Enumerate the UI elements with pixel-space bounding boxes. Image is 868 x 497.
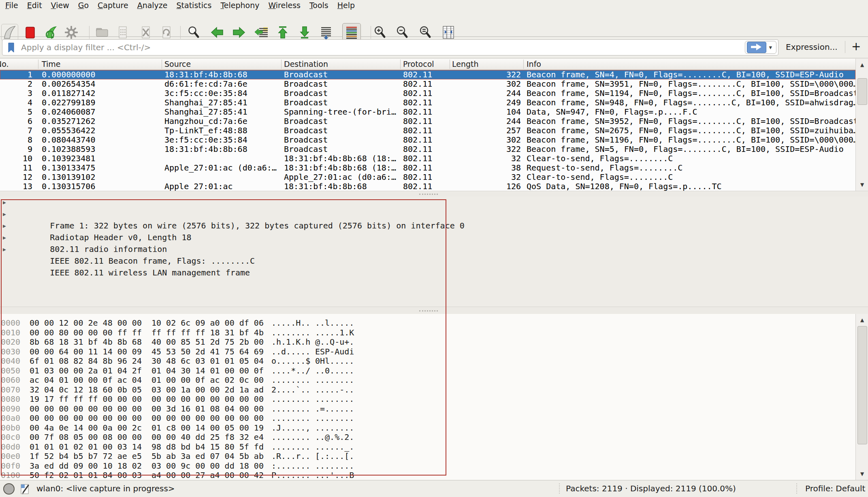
capture-comment-icon[interactable]: [19, 483, 31, 495]
packet-row[interactable]: 4 0.022799189 Shanghai_27:85:41 Broadcas…: [0, 98, 855, 107]
packet-row[interactable]: 2 0.002654354 d6:61:fe:cd:7a:6e Broadcas…: [0, 79, 855, 89]
cell-length: 302: [451, 135, 521, 145]
expression-button[interactable]: Expression...: [786, 42, 838, 52]
hex-row[interactable]: 0020 8b 68 18 31 bf 4b 8b 68 40 00 85 51…: [0, 337, 855, 347]
hex-bytes-2: 40 00 85 51 2d 75 2b 00: [151, 337, 264, 347]
expander-icon[interactable]: ▶: [3, 232, 6, 243]
packet-row[interactable]: 11 0.130133475 Apple_27:01:ac (d0:a6:… 1…: [0, 163, 855, 173]
filter-bookmark-icon[interactable]: [7, 43, 15, 53]
hex-bytes-1: 00 7f 08 05 00 08 00 00: [30, 433, 142, 442]
hex-ascii-1: :.......: [271, 461, 310, 471]
menu-item[interactable]: View: [47, 0, 74, 11]
menu-item[interactable]: Go: [74, 0, 93, 11]
packet-row[interactable]: 9 0.102388593 18:31:bf:4b:8b:68 Broadcas…: [0, 145, 855, 154]
packet-row[interactable]: 3 0.011827142 3c:f5:cc:0e:35:84 Broadcas…: [0, 89, 855, 98]
menu-item[interactable]: Analyze: [133, 0, 172, 11]
cell-protocol: 802.11: [403, 70, 448, 79]
detail-row[interactable]: ▶ Frame 1: 322 bytes on wire (2576 bits)…: [0, 196, 868, 208]
hex-row[interactable]: 00b0 00 4a 0e 14 00 0a 00 2c 01 c8 00 14…: [0, 423, 855, 433]
packet-row[interactable]: 10 0.103923481 18:31:bf:4b:8b:68 (18:… 8…: [0, 154, 855, 163]
expander-icon[interactable]: ▶: [3, 220, 6, 232]
add-filter-button[interactable]: +: [851, 38, 861, 55]
profile-button[interactable]: Profile: Default: [805, 484, 865, 493]
hex-row[interactable]: 0100 50 f2 02 01 01 84 00 03 a4 00 00 27…: [0, 471, 855, 480]
expander-icon[interactable]: ▶: [3, 208, 6, 220]
hex-row[interactable]: 0080 19 17 ff ff ff 00 00 00 00 00 00 00…: [0, 395, 855, 404]
packet-row[interactable]: 8 0.080443740 3e:f5:cc:0e:35:84 Broadcas…: [0, 135, 855, 145]
hex-row[interactable]: 00a0 00 00 00 00 00 00 00 00 00 00 00 00…: [0, 414, 855, 423]
packet-row[interactable]: 12 0.130139102 Apple_27:01:ac (d0:a6:… 8…: [0, 173, 855, 182]
hex-ascii-1: ........: [271, 375, 310, 385]
menu-item[interactable]: File: [1, 0, 23, 11]
scroll-down-button[interactable]: ▼: [856, 469, 868, 479]
apply-dropdown-caret-icon[interactable]: ▾: [766, 44, 774, 51]
scrollbar-thumb[interactable]: [857, 78, 867, 105]
menu-item[interactable]: Edit: [23, 0, 47, 11]
column-header-destination[interactable]: Destination: [284, 60, 328, 68]
menu-item[interactable]: Wireless: [264, 0, 305, 11]
hex-row[interactable]: 00e0 1f 52 b4 b5 b7 72 ae e5 5b ab 3a ed…: [0, 452, 855, 461]
expander-icon[interactable]: ▶: [3, 196, 6, 208]
menu-item[interactable]: Capture: [93, 0, 133, 11]
detail-row[interactable]: ▶ IEEE 802.11 Beacon frame, Flags: .....…: [0, 232, 868, 243]
hex-row[interactable]: 00f0 3a ed dd 09 00 10 18 02 03 00 9c 00…: [0, 461, 855, 471]
hex-scrollbar[interactable]: ▲ ▼: [855, 314, 868, 480]
apply-filter-button[interactable]: [747, 42, 766, 53]
column-resize-handle[interactable]: [162, 60, 162, 69]
packet-list-scrollbar[interactable]: ▲ ▼: [855, 59, 868, 191]
hex-row[interactable]: 0010 00 00 80 00 00 00 ff ff ff ff ff ff…: [0, 328, 855, 338]
hex-row[interactable]: 00d0 01 01 01 02 01 00 03 14 98 d8 bd b4…: [0, 442, 855, 452]
menu-item[interactable]: Help: [333, 0, 359, 11]
column-resize-handle[interactable]: [523, 60, 524, 69]
detail-row[interactable]: ▶ Radiotap Header v0, Length 18: [0, 208, 868, 220]
hex-bytes-1: 32 04 0c 12 18 60 0b 05: [30, 385, 142, 395]
column-header-protocol[interactable]: Protocol: [403, 60, 434, 68]
column-header-length[interactable]: Length: [452, 60, 479, 68]
packet-row[interactable]: 7 0.055536422 Tp-LinkT_ef:48:88 Broadcas…: [0, 126, 855, 135]
cell-destination: 18:31:bf:4b:8b:68 (18:…: [284, 163, 401, 173]
column-resize-handle[interactable]: [450, 60, 450, 69]
hex-bytes-2: ff ff ff ff 18 31 bf 4b: [151, 328, 264, 338]
expert-info-button[interactable]: [3, 483, 15, 495]
hex-row[interactable]: 0030 00 00 64 00 11 14 00 09 45 53 50 2d…: [0, 347, 855, 357]
hex-row[interactable]: 0060 ac 04 01 00 00 0f ac 04 01 00 00 0f…: [0, 375, 855, 385]
hex-bytes-1: 00 00 80 00 00 00 ff ff: [30, 328, 142, 338]
detail-row[interactable]: ▶ 802.11 radio information: [0, 220, 868, 232]
column-header-info[interactable]: Info: [527, 60, 541, 68]
cell-info: Beacon frame, SN=3951, FN=0, Flags=.....…: [527, 79, 855, 89]
menu-item[interactable]: Telephony: [216, 0, 264, 11]
expander-icon[interactable]: ▶: [3, 243, 6, 255]
column-resize-handle[interactable]: [281, 60, 282, 69]
display-filter-field[interactable]: ▾: [2, 39, 778, 55]
scroll-up-button[interactable]: ▲: [856, 60, 868, 70]
hex-bytes-1: 19 17 ff ff ff 00 00 00: [30, 395, 142, 404]
column-header-source[interactable]: Source: [164, 60, 191, 68]
column-resize-handle[interactable]: [400, 60, 401, 69]
hex-row[interactable]: 0050 01 03 00 00 2a 01 04 2f 01 04 30 14…: [0, 366, 855, 376]
detail-row[interactable]: ▶ IEEE 802.11 wireless LAN management fr…: [0, 243, 868, 255]
scroll-down-button[interactable]: ▼: [856, 179, 868, 190]
menu-item[interactable]: Tools: [305, 0, 333, 11]
hex-row[interactable]: 0090 00 00 00 00 00 00 00 00 00 3d 16 01…: [0, 404, 855, 414]
column-header-no[interactable]: No.: [0, 60, 9, 68]
column-resize-handle[interactable]: [38, 60, 38, 69]
scrollbar-thumb[interactable]: [857, 326, 867, 444]
packet-row[interactable]: 1 0.000000000 18:31:bf:4b:8b:68 Broadcas…: [0, 70, 855, 79]
display-filter-input[interactable]: [20, 40, 727, 55]
packet-row[interactable]: 5 0.024060087 Shanghai_27:85:41 Spanning…: [0, 107, 855, 117]
cell-no: 1: [0, 70, 32, 79]
scroll-up-button[interactable]: ▲: [856, 315, 868, 325]
packet-row[interactable]: 6 0.035271262 Hangzhou_cd:7a:6e Broadcas…: [0, 117, 855, 126]
hex-ascii-2: ........: [315, 423, 354, 433]
pane-splitter[interactable]: [0, 307, 868, 315]
hex-offset: 0010: [1, 328, 20, 338]
packet-row[interactable]: 13 0.130315706 Apple_27:01:ac 18:31:bf:4…: [0, 182, 855, 191]
column-header-time[interactable]: Time: [42, 60, 61, 68]
hex-row[interactable]: 0070 32 04 0c 12 18 60 0b 05 03 00 1a 00…: [0, 385, 855, 395]
cell-info: Beacon frame, SN=4, FN=0, Flags=........…: [527, 70, 855, 79]
cell-no: 13: [0, 182, 32, 191]
hex-row[interactable]: 0040 6f 01 08 82 84 8b 96 24 30 48 6c 03…: [0, 356, 855, 366]
menu-item[interactable]: Statistics: [172, 0, 216, 11]
hex-row[interactable]: 00c0 00 7f 08 05 00 08 00 00 00 00 40 dd…: [0, 433, 855, 442]
hex-row[interactable]: 0000 00 00 12 00 2e 48 00 00 10 02 6c 09…: [0, 318, 855, 328]
